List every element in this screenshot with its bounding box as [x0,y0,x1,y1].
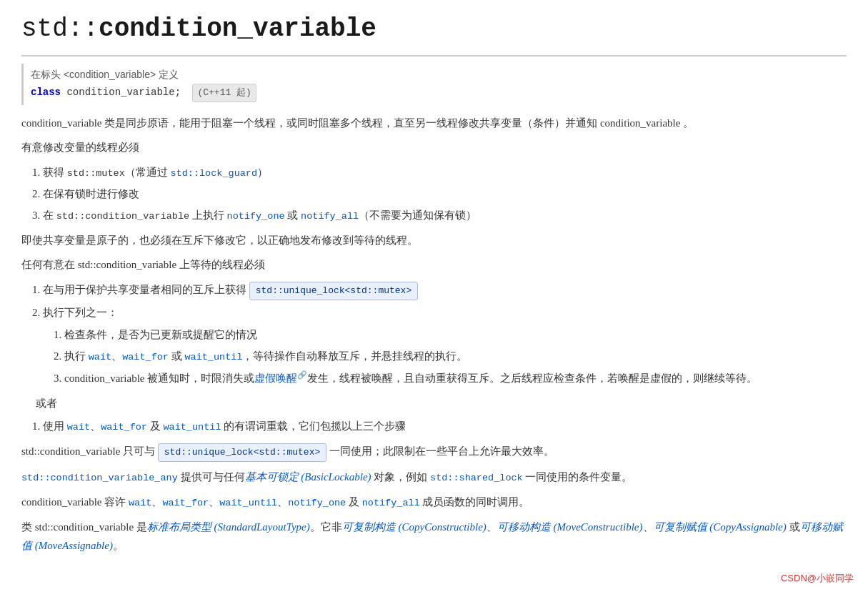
wait-until-concurrent-link[interactable]: wait_until [219,498,277,508]
waiting-substeps-list: 检查条件，是否为已更新或提醒它的情况 执行 wait、wait_for 或 wa… [43,325,847,388]
csdn-watermark: CSDN@小嵌同学 [781,571,854,575]
unique-lock-highlight: std::unique_lock<std::mutex> [249,282,418,301]
modifier-must-text: 有意修改变量的线程必须 [21,138,847,157]
notify-one-concurrent-link[interactable]: notify_one [288,498,346,508]
basic-lockable-link[interactable]: 基本可锁定 (BasicLockable) [245,471,371,483]
notify-all-concurrent-link[interactable]: notify_all [362,498,420,508]
lock-guard-link[interactable]: std::lock_guard [171,168,258,179]
copy-assignable-link[interactable]: 可复制赋值 (CopyAssignable) [654,521,787,533]
wait-until-alt-link[interactable]: wait_until [163,422,221,433]
concurrent-paragraph: condition_variable 容许 wait、wait_for、wait… [21,493,847,512]
waiting-substep-1: 检查条件，是否为已更新或提醒它的情况 [64,325,847,344]
waiting-step-2: 执行下列之一： 检查条件，是否为已更新或提醒它的情况 执行 wait、wait_… [43,303,847,388]
wait-link[interactable]: wait [89,352,111,362]
wait-for-alt-link[interactable]: wait_for [101,422,147,433]
copy-constructible-link[interactable]: 可复制构造 (CopyConstructible) [342,521,487,533]
title-prefix: std:: [21,14,99,44]
mutex-code: std::mutex [67,168,125,179]
modifier-steps-list: 获得 std::mutex（常通过 std::lock_guard） 在保有锁时… [21,163,847,226]
shared-lock-link[interactable]: std::shared_lock [430,473,523,483]
wait-for-link[interactable]: wait_for [122,352,169,362]
notify-one-link[interactable]: notify_one [227,211,285,222]
standard-layout-link[interactable]: 标准布局类型 (StandardLayoutType) [147,521,310,533]
wait-for-concurrent-link[interactable]: wait_for [162,498,209,508]
move-constructible-link[interactable]: 可移动构造 (MoveConstructible) [497,521,643,533]
cpp11-badge: (C++11 起) [192,84,256,102]
notify-all-link[interactable]: notify_all [301,211,359,222]
modifier-step-1: 获得 std::mutex（常通过 std::lock_guard） [43,163,847,182]
or-label: 或者 [36,394,847,413]
atomic-note: 即使共享变量是原子的，也必须在互斥下修改它，以正确地发布修改到等待的线程。 [21,231,847,250]
wait-concurrent-link[interactable]: wait [129,498,151,508]
intro-text: condition_variable 类是同步原语，能用于阻塞一个线程，或同时阻… [21,117,694,129]
keyword-class: class [31,87,61,98]
page-title: std::condition_variable [21,7,847,56]
waiting-must-text: 任何有意在 std::condition_variable 上等待的线程必须 [21,255,847,274]
waiting-steps-list: 在与用于保护共享变量者相同的互斥上获得 std::unique_lock<std… [21,280,847,388]
wait-until-link[interactable]: wait_until [184,352,242,362]
wait-alt-link[interactable]: wait [67,422,90,433]
class-declaration: class condition_variable; (C++11 起) [31,84,839,102]
unique-lock-box-2: std::unique_lock<std::mutex> [158,443,326,463]
waiting-substep-2: 执行 wait、wait_for 或 wait_until，等待操作自动释放互斥… [64,347,847,366]
intro-paragraph: condition_variable 类是同步原语，能用于阻塞一个线程，或同时阻… [21,114,847,132]
spurious-wakeup-link[interactable]: 虚假唤醒🔗 [254,372,307,384]
only-with-paragraph: std::condition_variable 只可与 std::unique_… [21,442,847,463]
alternative-steps-list: 使用 wait、wait_for 及 wait_until 的有谓词重载，它们包… [21,417,847,436]
modifier-step-3: 在 std::condition_variable 上执行 notify_one… [43,206,847,225]
waiting-step-1: 在与用于保护共享变量者相同的互斥上获得 std::unique_lock<std… [43,280,847,301]
definition-box: 在标头 <condition_variable> 定义 class condit… [21,64,847,105]
any-note-paragraph: std::condition_variable_any 提供可与任何基本可锁定 … [21,468,847,487]
waiting-substep-3: condition_variable 被通知时，时限消失或虚假唤醒🔗发生，线程被… [64,368,847,388]
header-note: 在标头 <condition_variable> 定义 [31,66,839,84]
modifier-step-2: 在保有锁时进行修改 [43,184,847,203]
class-name: condition_variable; [66,87,181,98]
cv-any-link[interactable]: std::condition_variable_any [21,473,178,483]
layout-paragraph: 类 std::condition_variable 是标准布局类型 (Stand… [21,518,847,556]
alternative-step-1: 使用 wait、wait_for 及 wait_until 的有谓词重载，它们包… [43,417,847,436]
cv-code-1: std::condition_variable [56,211,189,222]
title-main: condition_variable [99,14,376,44]
